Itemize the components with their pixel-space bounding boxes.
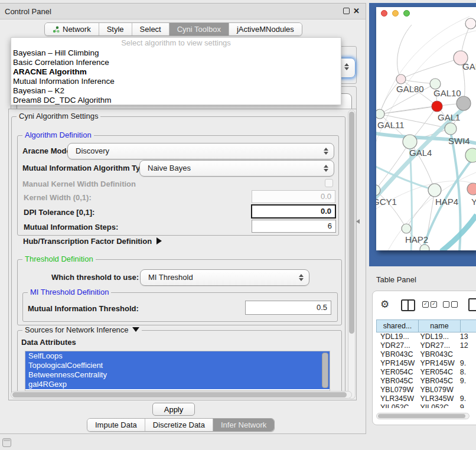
table-row[interactable]: YDR27...YDR27...12 [376, 341, 476, 350]
column-header[interactable] [460, 319, 476, 332]
mi-type-combo[interactable]: Naive Bayes [139, 160, 334, 177]
node-gal1[interactable] [445, 123, 457, 135]
mi-threshold-group: MI Threshold Definition Mutual Informati… [22, 292, 338, 322]
bottom-tab-discretize-data[interactable]: Discretize Data [145, 419, 213, 431]
attribute-item[interactable]: gal4RGexp [25, 380, 330, 389]
table-cell: YBR045C [416, 377, 455, 386]
node-hap2[interactable] [402, 224, 411, 233]
table-row[interactable]: YER054CYER054C8. [376, 368, 476, 377]
node-highlighted-red[interactable] [432, 101, 442, 112]
which-threshold-combo[interactable]: MI Threshold [140, 269, 309, 286]
node-label: GAL11 [377, 120, 405, 130]
manual-kernel-label: Manual Kernel Width Definition [22, 180, 136, 188]
gear-icon[interactable]: ⚙ [380, 298, 389, 311]
hub-definition-toggle[interactable]: Hub/Transcription Factor Definition [23, 237, 162, 246]
tab-cyni-toolbox[interactable]: Cyni Toolbox [169, 23, 229, 35]
attr-items: SelfLoopsTopologicalCoefficientBetweenne… [25, 351, 330, 389]
node-gray[interactable] [457, 96, 471, 110]
split-columns-icon[interactable] [401, 299, 415, 311]
node-label: SWI4 [448, 136, 470, 146]
table-horizontal-scrollbar-thumb[interactable] [378, 414, 465, 418]
float-window-icon[interactable] [343, 7, 350, 15]
mi-steps-field[interactable]: 6 [252, 220, 336, 233]
sources-group: Sources for Network Inference Data Attri… [17, 330, 342, 396]
settings-horizontal-scrollbar-thumb[interactable] [12, 392, 347, 397]
sources-legend[interactable]: Sources for Network Inference [22, 325, 142, 334]
column-header[interactable]: name [418, 319, 460, 332]
attribute-item[interactable]: TopologicalCoefficient [25, 361, 330, 370]
network-edge [406, 190, 435, 229]
threshold-definition-legend: Threshold Definition [22, 255, 96, 263]
network-view-window[interactable]: GALGAL80GAL10GAL11GAL1SWI4GAL4GCY1HAP4YH… [376, 7, 476, 250]
select-all-checkboxes-icon[interactable]: ✓✓ [422, 301, 439, 312]
tab-select[interactable]: Select [132, 23, 169, 35]
mac-close-icon[interactable] [381, 10, 387, 17]
mi-steps-label: Mutual Information Steps: [24, 223, 118, 231]
node-gal80[interactable] [396, 74, 406, 84]
dpi-tolerance-label: DPI Tolerance [0,1]: [24, 208, 94, 217]
table-row[interactable]: YBL079WYBL079W [376, 386, 476, 394]
table-panel-card: ⚙ ✓✓ shared...name YDL19...YDL19...13YDR… [372, 291, 476, 425]
node-salmon[interactable] [467, 183, 476, 195]
table-row[interactable]: YPR145WYPR145W9. [376, 359, 476, 368]
network-canvas[interactable]: GALGAL80GAL10GAL11GAL1SWI4GAL4GCY1HAP4YH… [376, 7, 476, 250]
table-horizontal-scrollbar[interactable] [376, 413, 470, 419]
settings-vertical-scrollbar-thumb[interactable] [349, 112, 354, 334]
bottom-tab-impute-data[interactable]: Impute Data [87, 419, 145, 431]
dropdown-item[interactable]: Bayesian – K2 [11, 86, 341, 96]
table-row[interactable]: YLR345WYLR345W9. [376, 394, 476, 403]
attribute-item[interactable]: BetweennessCentrality [25, 370, 330, 380]
attribute-list-scrollbar[interactable] [322, 353, 328, 388]
node-unlabeled-top[interactable] [465, 18, 476, 29]
tab-style[interactable]: Style [99, 23, 132, 35]
table-cell: YER054C [376, 368, 416, 377]
aracne-mode-combo[interactable]: Discovery [67, 143, 334, 159]
table-cell: YDR27... [416, 341, 455, 350]
table-cell [456, 386, 476, 394]
mac-minimize-icon[interactable] [392, 10, 399, 17]
table-cell: YBR043C [376, 350, 416, 359]
aracne-mode-label: Aracne Mode: [22, 146, 73, 155]
kernel-width-field[interactable]: 0.0 [252, 190, 335, 203]
bottom-tab-infer-network[interactable]: Infer Network [213, 419, 274, 431]
table-row[interactable]: YDL19...YDL19...13 [376, 332, 476, 341]
node-gal4[interactable] [403, 135, 417, 149]
node-gal11[interactable] [376, 109, 384, 119]
dropdown-item[interactable]: Dream8 DC_TDC Algorithm [11, 96, 341, 105]
tab-jactivemnodules[interactable]: jActiveMNodules [229, 23, 302, 35]
dropdown-item[interactable]: Mutual Information Inference [11, 77, 341, 86]
table-cell: YLR345W [416, 394, 455, 403]
threshold-definition-group: Threshold Definition Which threshold to … [17, 259, 342, 325]
mi-threshold-field[interactable]: 0.5 [245, 301, 331, 315]
table-row[interactable]: YIL052CYIL052C9. [376, 403, 476, 408]
mi-type-label: Mutual Information Algorithm Type: [22, 164, 152, 172]
dpi-tolerance-field[interactable]: 0.0 [251, 204, 336, 219]
node-hap4[interactable] [428, 184, 441, 197]
mac-zoom-icon[interactable] [403, 10, 410, 17]
mi-threshold-legend: MI Threshold Definition [28, 288, 111, 296]
table-row[interactable]: YBR045CYBR045C9. [376, 377, 476, 386]
dropdown-item[interactable]: Bayesian – Hill Climbing [11, 48, 341, 58]
table-row[interactable]: YBR043CYBR043C [376, 350, 476, 359]
dock-panel-icon[interactable] [2, 438, 11, 447]
dropdown-item[interactable]: ARACNE Algorithm [11, 67, 341, 77]
settings-horizontal-scrollbar[interactable] [11, 391, 352, 399]
deselect-all-checkboxes-icon[interactable] [443, 301, 459, 312]
attribute-item[interactable]: SelfLoops [25, 351, 330, 361]
sources-legend-text: Sources for Network Inference [25, 325, 129, 334]
document-icon[interactable] [468, 298, 476, 311]
settings-vertical-scrollbar[interactable] [348, 110, 356, 399]
node-unlabeled-bottom[interactable] [420, 244, 429, 250]
tab-label: Network [63, 25, 91, 34]
tab-network[interactable]: Network [45, 23, 99, 35]
apply-button[interactable]: Apply [152, 403, 195, 416]
table-cell: YIL052C [376, 403, 416, 408]
column-header[interactable]: shared... [376, 319, 418, 332]
dropdown-item[interactable]: Basic Correlation Inference [11, 58, 341, 67]
control-panel: Control Panel ✕ NetworkStyleSelectCyni T… [0, 3, 366, 434]
manual-kernel-checkbox[interactable] [325, 179, 333, 187]
node-swi4[interactable] [465, 148, 476, 162]
table-header-row: shared...name [376, 319, 476, 332]
mi-type-value: Naive Bayes [148, 164, 191, 172]
close-icon[interactable]: ✕ [353, 7, 360, 15]
